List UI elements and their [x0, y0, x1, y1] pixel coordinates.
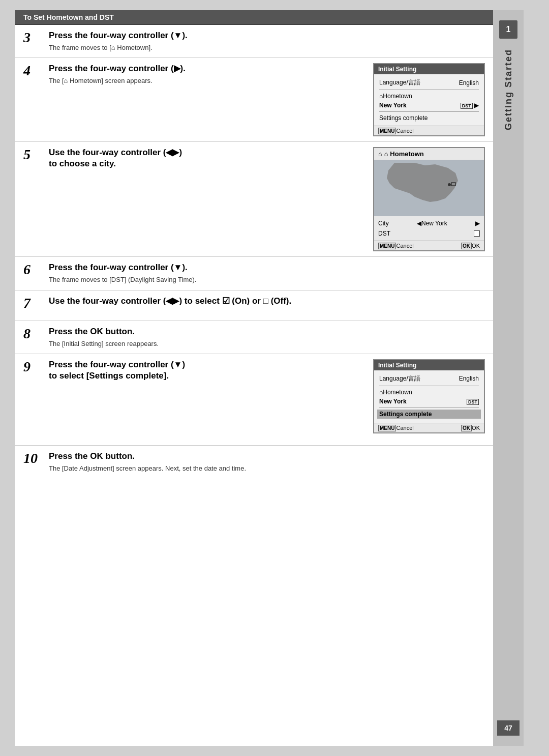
hometown-screen: ⌂ ⌂ Hometown [373, 147, 485, 251]
step-6-desc: The frame moves to [DST] (Daylight Savin… [49, 275, 485, 284]
city-arrow-left: ◀ [417, 220, 421, 227]
screen-1-lang-row: Language/言語 English [379, 77, 479, 88]
screen-1-settings-row: Settings complete [379, 113, 479, 123]
step-10-title: Press the OK button. [49, 451, 485, 462]
cancel-text-1: Cancel [396, 128, 413, 134]
cancel-text-2: Cancel [396, 425, 413, 431]
screen-2-hometown-text: ⌂Hometown [379, 389, 412, 396]
step-3-title: Press the four-way controller (▼). [49, 30, 485, 41]
screen-2-sep2 [379, 408, 479, 408]
step-3-row: 3 Press the four-way controller (▼). The… [15, 25, 493, 58]
screen-2-city-row: New York DST [379, 397, 479, 406]
hometown-body: City ◀New York ▶ DST [374, 216, 484, 241]
screen-2-cancel: MENUCancel [378, 425, 414, 431]
screen-1-title: Initial Setting [374, 64, 484, 74]
hometown-footer: MENUCancel OKOK [374, 241, 484, 250]
page-number: 47 [497, 720, 520, 736]
screen-1-settings-complete: Settings complete [379, 114, 428, 122]
screen-2-body: Language/言語 English ⌂Hometown New York D… [374, 370, 484, 423]
screen-1-lang-label: Language/言語 [379, 78, 420, 87]
ok-icon-3: OK [461, 425, 472, 431]
screen-1-lang-value: English [459, 79, 479, 86]
city-name: New York [421, 220, 447, 227]
chapter-title: Getting Started [503, 49, 514, 130]
step-5-image: ⌂ ⌂ Hometown [373, 147, 485, 251]
chapter-number: 1 [499, 20, 517, 39]
step-8-row: 8 Press the OK button. The [Initial Sett… [15, 321, 493, 354]
step-10-number: 10 [23, 451, 44, 467]
main-content: To Set Hometown and DST 3 Press the four… [15, 10, 493, 746]
step-9-image: Initial Setting Language/言語 English ⌂Hom… [373, 359, 485, 433]
step-8-title: Press the OK button. [49, 326, 485, 337]
ny-dot [448, 183, 451, 186]
step-3-content: Press the four-way controller (▼). The f… [49, 30, 485, 52]
screen-2-title: Initial Setting [374, 360, 484, 370]
step-8-desc: The [Initial Setting] screen reappears. [49, 339, 485, 348]
screen-1-hometown-text: ⌂Hometown [379, 93, 412, 100]
screen-2-dst-icon: DST [467, 398, 479, 405]
step-7-number: 7 [23, 296, 44, 311]
screen-1-hometown-city-row: New York DST ▶ [379, 101, 479, 110]
step-4-row: 4 Press the four-way controller (▶). The… [15, 58, 493, 142]
screen-2-sep1 [379, 386, 479, 386]
step-4-content: Press the four-way controller (▶). The [… [49, 63, 365, 85]
hometown-title-text: ⌂ Hometown [384, 150, 424, 158]
initial-setting-screen-2: Initial Setting Language/言語 English ⌂Hom… [373, 359, 485, 433]
screen-2-lang-label: Language/言語 [379, 374, 420, 383]
screen-2-settings-row: Settings complete [377, 410, 481, 419]
step-7-title: Use the four-way controller (◀▶) to sele… [49, 296, 485, 307]
map-area [374, 160, 484, 216]
screen-2-footer: MENUCancel OKOK [374, 423, 484, 432]
step-10-content: Press the OK button. The [Date Adjustmen… [49, 451, 485, 473]
step-9-content: Press the four-way controller (▼)to sele… [49, 359, 365, 384]
step-9-title: Press the four-way controller (▼)to sele… [49, 359, 365, 382]
dst-label: DST [378, 230, 390, 237]
step-10-row: 10 Press the OK button. The [Date Adjust… [15, 446, 493, 478]
hometown-cancel: MENUCancel [378, 243, 414, 249]
step-4-image: Initial Setting Language/言語 English ⌂Hom… [373, 63, 485, 136]
step-3-number: 3 [23, 30, 44, 46]
screen-1-cancel: MENUCancel [378, 128, 414, 134]
step-8-content: Press the OK button. The [Initial Settin… [49, 326, 485, 348]
screen-1-body: Language/言語 English ⌂Hometown New York D… [374, 74, 484, 126]
step-6-number: 6 [23, 262, 44, 278]
side-tab: 1 Getting Started 47 [493, 10, 524, 746]
city-value: ◀New York [417, 220, 447, 227]
screen-2-lang-value: English [459, 375, 479, 382]
step-6-title: Press the four-way controller (▼). [49, 262, 485, 273]
step-5-row: 5 Use the four-way controller (◀▶)to cho… [15, 142, 493, 257]
step-4-number: 4 [23, 63, 44, 79]
step-5-content: Use the four-way controller (◀▶)to choos… [49, 147, 365, 171]
menu-icon-2: MENU [378, 243, 396, 249]
step-6-content: Press the four-way controller (▼). The f… [49, 262, 485, 284]
ok-text-2: OK [472, 425, 480, 431]
step-7-row: 7 Use the four-way controller (◀▶) to se… [15, 290, 493, 321]
dst-checkbox [474, 230, 480, 237]
screen-1-hometown-label: ⌂Hometown [379, 92, 479, 101]
initial-setting-screen-1: Initial Setting Language/言語 English ⌂Hom… [373, 63, 485, 136]
step-9-number: 9 [23, 359, 44, 375]
step-4-desc: The [⌂ Hometown] screen appears. [49, 76, 365, 85]
hometown-cancel-text: Cancel [396, 243, 413, 249]
step-10-ok: OK [90, 451, 103, 461]
screen-2-ok: OKOK [461, 425, 480, 431]
step-10-desc: The [Date Adjustment] screen appears. Ne… [49, 464, 485, 473]
screen-2-hometown-label: ⌂Hometown [379, 388, 479, 397]
hometown-home-icon: ⌂ [378, 150, 382, 158]
screen-1-footer: MENUCancel [374, 126, 484, 135]
screen-1-city: New York [379, 102, 407, 109]
screen-2-lang-row: Language/言語 English [379, 373, 479, 384]
header-label: To Set Hometown and DST [23, 13, 114, 21]
step-6-row: 6 Press the four-way controller (▼). The… [15, 257, 493, 290]
ok-icon-2: OK [461, 243, 472, 249]
hometown-city-row: City ◀New York ▶ [378, 218, 480, 228]
menu-icon-3: MENU [378, 425, 396, 431]
step-4-title: Press the four-way controller (▶). [49, 63, 365, 74]
step-5-title: Use the four-way controller (◀▶)to choos… [49, 147, 365, 169]
step-5-number: 5 [23, 147, 44, 163]
screen-1-sep2 [379, 111, 479, 112]
hometown-title: ⌂ ⌂ Hometown [374, 148, 484, 160]
screen-1-dst-icon: DST ▶ [461, 102, 479, 109]
screen-2-settings-complete: Settings complete [379, 411, 432, 418]
map-svg [374, 160, 484, 216]
